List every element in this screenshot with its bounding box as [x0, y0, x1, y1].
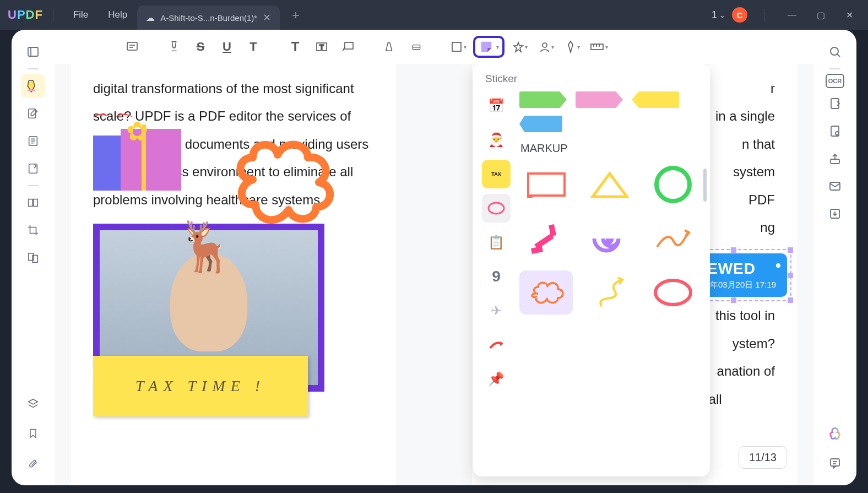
cat-pin-icon[interactable]: 📌 — [482, 365, 511, 393]
cloud-sticker[interactable] — [225, 124, 363, 235]
cat-notes-icon[interactable]: 📋 — [482, 228, 511, 257]
tb-text-icon[interactable]: T — [284, 35, 307, 58]
svg-rect-9 — [29, 199, 32, 207]
svg-text:T: T — [319, 43, 324, 51]
sb-reader-icon[interactable] — [21, 40, 45, 64]
sticker-tag-pink[interactable] — [576, 91, 623, 108]
tab-title: A-Shift-to-S...n-Burden(1)* — [160, 13, 257, 23]
window-counter[interactable]: 1⌄ — [712, 9, 725, 21]
sb-edit-icon[interactable] — [21, 101, 45, 126]
menu-file[interactable]: File — [63, 6, 98, 24]
cat-markup-icon[interactable] — [482, 194, 511, 223]
tb-callout-icon[interactable] — [337, 35, 360, 58]
maximize-button[interactable]: ▢ — [810, 4, 832, 26]
sb-compare-icon[interactable] — [21, 246, 45, 270]
reindeer-sticker[interactable]: 🦌 — [176, 218, 236, 275]
annotation-toolbar: S U T T T ▾ ▾ ▾ ▾ ▾ ▾ — [55, 30, 813, 64]
sb-crop-icon[interactable] — [21, 218, 45, 242]
svg-rect-10 — [34, 199, 37, 207]
tb-sign-icon[interactable]: ▾ — [561, 35, 584, 58]
sb-ocr-icon[interactable]: OCR — [826, 74, 844, 88]
sticker-tag-yellow[interactable] — [632, 91, 679, 108]
cloud-icon: ☁ — [146, 13, 155, 23]
new-tab-button[interactable]: ＋ — [290, 7, 302, 23]
sticker-tag-blue[interactable] — [519, 116, 562, 132]
tb-eraser-icon[interactable] — [405, 35, 428, 58]
tb-shape-icon[interactable]: ▾ — [447, 35, 470, 58]
sb-chat-icon[interactable] — [823, 451, 847, 475]
sb-ai-icon[interactable] — [823, 421, 847, 446]
cat-arrow-icon[interactable] — [482, 331, 511, 359]
title-bar: UPDF File Help ☁ A-Shift-to-S...n-Burden… — [0, 0, 868, 30]
sticker-burst[interactable] — [519, 216, 573, 261]
sticker-circle[interactable] — [647, 162, 700, 207]
page-indicator[interactable]: 11/13 — [739, 446, 787, 469]
sb-organize-icon[interactable] — [21, 191, 45, 215]
sticker-spiral[interactable] — [583, 216, 636, 261]
svg-rect-44 — [831, 459, 839, 466]
svg-rect-38 — [831, 99, 839, 109]
sticker-triangle[interactable] — [583, 162, 636, 207]
cat-newyear-icon[interactable]: 📅 — [482, 91, 511, 120]
sb-export-icon[interactable] — [823, 91, 847, 116]
cat-santa-icon[interactable]: 🎅 — [482, 126, 511, 154]
svg-point-31 — [657, 168, 690, 201]
tax-time-sticker[interactable]: TAX TIME ! — [93, 356, 308, 416]
sticker-tag-green[interactable] — [519, 91, 567, 108]
svg-line-32 — [536, 236, 552, 247]
tb-measure-icon[interactable]: ▾ — [587, 35, 610, 58]
sb-email-icon[interactable] — [823, 174, 847, 198]
cat-plane-icon[interactable]: ✈ — [482, 296, 511, 325]
menu-help[interactable]: Help — [98, 6, 137, 24]
sticker-panel-title: Sticker — [482, 73, 703, 85]
tb-comment-icon[interactable] — [121, 35, 144, 58]
sb-highlight-icon[interactable] — [21, 74, 45, 98]
svg-line-33 — [551, 225, 554, 236]
sticker-panel: Sticker 📅 🎅 TAX 📋 9 ✈ 📌 — [473, 64, 710, 476]
tb-sticker-button[interactable]: ▾ — [473, 36, 504, 58]
tab-close-icon[interactable]: ✕ — [263, 12, 271, 24]
svg-point-35 — [655, 280, 691, 305]
sticker-squiggle-arrow[interactable] — [583, 270, 636, 315]
gift-sticker[interactable]: ✿ ⌒⌒ — [93, 119, 181, 191]
sb-share-icon[interactable] — [823, 147, 847, 171]
tb-highlight-icon[interactable] — [162, 35, 186, 58]
sticker-grid: MARKUP — [519, 91, 703, 468]
sb-bookmark-icon[interactable] — [21, 421, 45, 446]
sb-save-icon[interactable] — [823, 202, 847, 226]
sticker-categories: 📅 🎅 TAX 📋 9 ✈ 📌 — [482, 91, 513, 468]
right-sidebar: OCR — [813, 30, 856, 485]
tb-signature-icon[interactable]: ▾ — [534, 35, 557, 58]
svg-point-23 — [542, 43, 547, 47]
markup-section-title: MARKUP — [520, 142, 700, 155]
left-sidebar — [12, 30, 55, 485]
document-viewport[interactable]: digital transformations of the most sign… — [55, 64, 813, 485]
svg-rect-29 — [528, 174, 565, 196]
svg-point-40 — [836, 132, 839, 135]
close-button[interactable]: ✕ — [838, 4, 860, 26]
svg-line-34 — [531, 249, 542, 251]
sb-layers-icon[interactable] — [21, 392, 45, 416]
user-avatar[interactable]: C — [732, 7, 747, 23]
sb-form-icon[interactable] — [21, 156, 45, 181]
svg-line-37 — [837, 54, 840, 57]
sticker-loop-arrow[interactable] — [647, 216, 700, 261]
sb-page-icon[interactable] — [21, 129, 45, 153]
sticker-rect[interactable] — [519, 162, 573, 207]
tb-squiggly-icon[interactable]: T — [242, 35, 265, 58]
sticker-cloud[interactable] — [519, 270, 573, 315]
tb-pencil-icon[interactable] — [378, 35, 402, 58]
tb-textbox-icon[interactable]: T — [310, 35, 333, 58]
cat-numbers-icon[interactable]: 9 — [482, 262, 511, 291]
tb-underline-icon[interactable]: U — [215, 35, 238, 58]
minimize-button[interactable]: — — [781, 4, 803, 26]
sb-attachment-icon[interactable] — [21, 451, 45, 475]
sticker-oval[interactable] — [647, 270, 700, 315]
sb-protect-icon[interactable] — [823, 119, 847, 143]
cat-tax-icon[interactable]: TAX — [482, 160, 511, 188]
sticker-scrollbar[interactable] — [703, 169, 707, 202]
sb-search-icon[interactable] — [823, 40, 847, 64]
tb-strike-icon[interactable]: S — [189, 35, 212, 58]
document-tab[interactable]: ☁ A-Shift-to-S...n-Burden(1)* ✕ — [137, 6, 280, 30]
tb-stamp-icon[interactable]: ▾ — [508, 35, 531, 58]
